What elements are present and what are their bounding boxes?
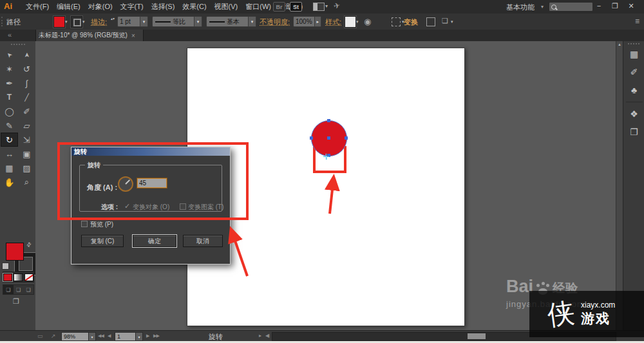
chevron-right-icon[interactable]: ▸	[314, 17, 321, 26]
panel-swatches[interactable]: ▦	[626, 46, 643, 62]
panel-symbols[interactable]: ♣	[626, 82, 643, 98]
tool-scale[interactable]: ⇲	[18, 133, 35, 147]
panel-grip[interactable]	[628, 43, 639, 44]
tool-paintbrush[interactable]: ✐	[18, 104, 35, 118]
menu-item-3[interactable]: 文字(T)	[117, 2, 147, 12]
prev-artboard-button[interactable]: ◀	[108, 333, 110, 338]
fill-stroke-control[interactable]: ⇄	[0, 241, 35, 270]
tool-magic-wand[interactable]: ✶	[1, 62, 18, 76]
shape-mode-icon[interactable]: ❏	[442, 17, 448, 25]
tool-selection[interactable]: ➤	[1, 48, 18, 62]
tool-hand[interactable]: ✋	[1, 175, 18, 189]
panel-artboards[interactable]: ❐	[626, 124, 643, 140]
minimize-button[interactable]: −	[592, 2, 605, 10]
chevron-down-icon[interactable]: ▾	[356, 19, 359, 24]
menu-item-1[interactable]: 编辑(E)	[53, 2, 84, 12]
selection-handle-e[interactable]	[345, 136, 348, 140]
tool-width[interactable]: ↔	[1, 147, 18, 161]
chevron-down-icon[interactable]: ▾	[248, 17, 256, 26]
scroll-left-icon[interactable]: ◀	[265, 333, 269, 338]
draw-inside-button[interactable]: ❏	[23, 285, 33, 294]
menu-item-5[interactable]: 效果(C)	[178, 2, 210, 12]
status-expand-icon[interactable]: ▸	[259, 333, 261, 338]
width-profile-dropdown[interactable]: 等比 ▾	[152, 16, 202, 27]
panel-grip[interactable]	[11, 44, 25, 45]
chevron-down-icon[interactable]: ▾	[135, 333, 142, 340]
preview-checkbox[interactable]	[81, 221, 88, 227]
brush-definition-dropdown[interactable]: 基本 ▾	[206, 16, 256, 27]
select-similar-icon[interactable]	[392, 17, 401, 26]
tool-ellipse[interactable]: ◯	[1, 104, 18, 118]
search-box[interactable]	[549, 2, 593, 12]
tool-pen[interactable]: ✒	[1, 76, 18, 90]
draw-normal-button[interactable]: ❏	[3, 285, 14, 294]
bridge-icon[interactable]: Br	[273, 2, 285, 12]
preview-label[interactable]: 预览 (P)	[90, 220, 113, 229]
swap-fill-stroke-icon[interactable]: ⇄	[25, 241, 33, 248]
selection-handle-n[interactable]	[327, 119, 330, 122]
panel-menu-icon[interactable]: ≡	[635, 17, 639, 26]
panel-grip[interactable]	[1, 17, 5, 26]
opacity-link[interactable]: 不透明度:	[260, 17, 290, 27]
tool-mesh[interactable]: ▦	[1, 161, 18, 175]
menu-item-2[interactable]: 对象(O)	[84, 2, 117, 12]
menu-item-7[interactable]: 窗口(W)	[242, 2, 275, 12]
tool-direct-selection[interactable]: ➤	[18, 48, 35, 62]
tool-gradient[interactable]: ▨	[18, 161, 35, 175]
chevron-down-icon[interactable]: ▾	[451, 19, 453, 24]
tool-line-segment[interactable]: ╱	[18, 90, 35, 104]
last-artboard-button[interactable]: ▶▶	[153, 333, 159, 338]
tool-free-transform[interactable]: ▣	[18, 147, 35, 161]
chevron-down-icon[interactable]: ▾	[541, 4, 544, 10]
tool-rotate[interactable]: ↻	[1, 133, 18, 147]
panel-layers[interactable]: ❖	[626, 106, 643, 122]
collapse-panels-icon[interactable]: «	[8, 31, 12, 39]
workspace-switcher[interactable]: 基本功能	[506, 3, 535, 12]
chevron-down-icon[interactable]: ▾	[65, 19, 68, 24]
tool-type[interactable]: T	[1, 90, 18, 104]
gradient-button[interactable]	[14, 273, 23, 281]
recolor-artwork-icon[interactable]: ◉	[364, 17, 371, 26]
color-button[interactable]	[3, 273, 12, 281]
ok-button[interactable]: 确定	[133, 235, 176, 247]
zoom-level-dropdown[interactable]: 98% ▾	[61, 332, 96, 341]
rotation-reference-point[interactable]: ✛	[323, 152, 330, 162]
tool-lasso[interactable]: ↺	[18, 62, 35, 76]
fill-proxy[interactable]	[6, 243, 24, 261]
screen-mode-icon[interactable]: ❐	[13, 297, 19, 306]
stroke-weight-dropdown[interactable]: 1 pt ▾	[117, 16, 148, 27]
next-artboard-button[interactable]: ▶	[146, 333, 149, 338]
menu-item-6[interactable]: 视图(V)	[211, 2, 242, 12]
close-tab-icon[interactable]: ×	[131, 32, 135, 39]
chevron-down-icon[interactable]: ▾	[194, 17, 202, 26]
restore-button[interactable]: ❐	[609, 2, 621, 10]
menu-item-0[interactable]: 文件(F)	[22, 2, 53, 12]
arrange-documents-icon[interactable]	[313, 3, 325, 11]
search-input[interactable]	[556, 3, 592, 11]
chevron-down-icon[interactable]: ▾	[140, 17, 147, 26]
opacity-dropdown[interactable]: 100% ▸	[293, 16, 321, 27]
fill-color-swatch[interactable]	[53, 16, 65, 28]
chevron-down-icon[interactable]: ▾	[82, 19, 85, 24]
cancel-button[interactable]: 取消	[183, 235, 223, 247]
first-artboard-button[interactable]: ◀◀	[98, 333, 104, 338]
tool-curvature[interactable]: ∫	[18, 76, 35, 90]
stroke-stepper[interactable]: ▴▾	[111, 17, 115, 21]
isolate-object-icon[interactable]	[426, 17, 435, 26]
style-swatch[interactable]	[345, 16, 356, 28]
artboard-navigation-dropdown[interactable]: 1 ▾	[115, 332, 143, 341]
none-button[interactable]	[24, 273, 33, 281]
scroll-up-icon[interactable]: ▲	[618, 42, 621, 46]
copy-button[interactable]: 复制 (C)	[81, 235, 124, 247]
device-preview-icon[interactable]: ▭	[37, 333, 43, 339]
chevron-down-icon[interactable]: ▾	[88, 333, 95, 340]
chevron-down-icon[interactable]: ▾	[325, 3, 328, 9]
default-fill-stroke-icon[interactable]	[2, 263, 9, 270]
share-icon[interactable]: ↗	[51, 333, 56, 339]
stock-icon[interactable]: St	[290, 2, 302, 12]
style-link[interactable]: 样式:	[325, 17, 341, 27]
transform-panel-link[interactable]: 变换	[404, 17, 418, 27]
close-button[interactable]: ✕	[625, 2, 638, 10]
selection-handle-w[interactable]	[310, 136, 313, 140]
stroke-color-swatch[interactable]	[71, 16, 82, 28]
